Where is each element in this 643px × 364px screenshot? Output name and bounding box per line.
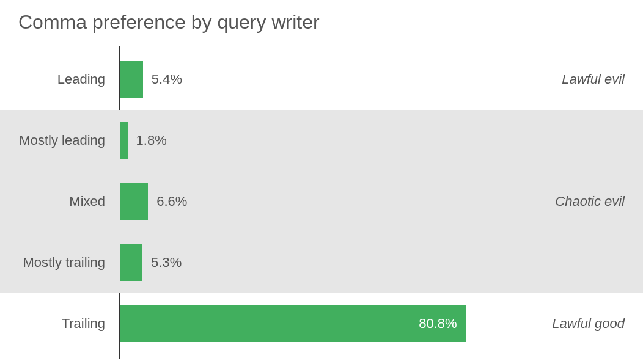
- bar-zone: 1.8%: [120, 110, 548, 171]
- bar: 80.8%: [120, 305, 466, 342]
- bar-row: Mostly trailing 5.3%: [0, 232, 643, 293]
- category-label: Mostly leading: [0, 110, 114, 171]
- category-label: Leading: [0, 49, 114, 110]
- bar-zone: 5.3%: [120, 232, 548, 293]
- annotation-label: Chaotic evil: [555, 171, 625, 232]
- annotation-label: Lawful evil: [562, 49, 625, 110]
- value-label: 1.8%: [136, 133, 167, 148]
- bar-row: Trailing 80.8% Lawful good: [0, 293, 643, 354]
- bar-row: Mostly leading 1.8%: [0, 110, 643, 171]
- category-label: Trailing: [0, 293, 114, 354]
- category-label: Mostly trailing: [0, 232, 114, 293]
- bar-row: Leading 5.4% Lawful evil: [0, 49, 643, 110]
- value-label: 6.6%: [156, 194, 187, 209]
- value-label: 80.8%: [419, 316, 457, 332]
- bar-row: Mixed 6.6% Chaotic evil: [0, 171, 643, 232]
- bar: 1.8%: [120, 122, 128, 159]
- bar-zone: 5.4%: [120, 49, 548, 110]
- value-label: 5.4%: [152, 71, 182, 87]
- value-label: 5.3%: [151, 255, 182, 271]
- bar-zone: 80.8%: [120, 293, 548, 354]
- category-label: Mixed: [0, 171, 114, 232]
- chart-area: Leading 5.4% Lawful evil Mostly leading …: [0, 49, 643, 354]
- annotation-label: Lawful good: [552, 293, 625, 354]
- chart-title: Comma preference by query writer: [0, 0, 643, 34]
- bar: 6.6%: [120, 183, 148, 220]
- bar: 5.3%: [120, 244, 142, 281]
- bar-zone: 6.6%: [120, 171, 548, 232]
- bar: 5.4%: [120, 61, 143, 98]
